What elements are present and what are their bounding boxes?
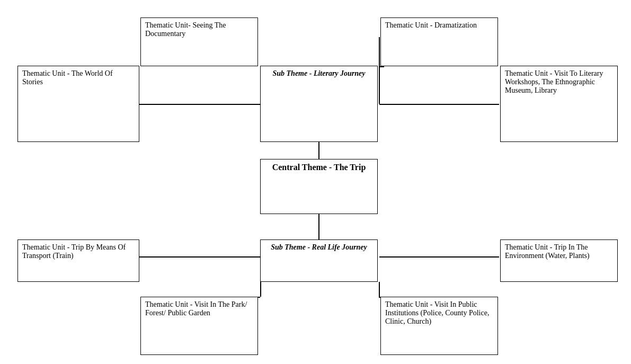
box-central-theme: Central Theme - The Trip xyxy=(260,159,378,214)
sub-theme-literary-label: Sub Theme - Literary Journey xyxy=(273,69,366,77)
box-sub-theme-literary: Sub Theme - Literary Journey xyxy=(260,66,378,142)
box-trip-transport: Thematic Unit - Trip By Means Of Transpo… xyxy=(17,239,139,282)
box-visit-literary: Thematic Unit - Visit To Literary Worksh… xyxy=(500,66,618,142)
connector-v2 xyxy=(318,214,319,239)
sub-theme-real-life-label: Sub Theme - Real Life Journey xyxy=(271,243,367,251)
connector-h5 xyxy=(139,256,260,258)
visit-public-label: Thematic Unit - Visit In Public Institut… xyxy=(385,300,489,325)
box-dramatization: Thematic Unit - Dramatization xyxy=(380,17,498,66)
connector-v6 xyxy=(379,282,380,297)
box-trip-environment: Thematic Unit - Trip In The Environment … xyxy=(500,239,618,282)
dramatization-label: Thematic Unit - Dramatization xyxy=(385,21,477,29)
central-theme-label: Central Theme - The Trip xyxy=(272,163,366,172)
box-sub-theme-real-life: Sub Theme - Real Life Journey xyxy=(260,239,378,282)
connector-h1 xyxy=(139,104,260,105)
world-of-stories-label: Thematic Unit - The World Of Stories xyxy=(22,69,113,86)
connector-v5 xyxy=(260,282,261,297)
connector-v4 xyxy=(379,37,380,104)
trip-transport-label: Thematic Unit - Trip By Means Of Transpo… xyxy=(22,243,126,260)
box-world-of-stories: Thematic Unit - The World Of Stories xyxy=(17,66,139,142)
box-visit-public: Thematic Unit - Visit In Public Institut… xyxy=(380,297,498,355)
connector-h6 xyxy=(379,256,499,258)
seeing-documentary-label: Thematic Unit- Seeing The Documentary xyxy=(145,21,226,38)
box-visit-park: Thematic Unit - Visit In The Park/ Fores… xyxy=(140,297,258,355)
visit-park-label: Thematic Unit - Visit In The Park/ Fores… xyxy=(145,300,247,317)
connector-h4 xyxy=(379,66,384,67)
connector-h2 xyxy=(379,104,499,105)
diagram: Thematic Unit- Seeing The Documentary Th… xyxy=(0,0,631,364)
trip-environment-label: Thematic Unit - Trip In The Environment … xyxy=(505,243,590,260)
box-seeing-documentary: Thematic Unit- Seeing The Documentary xyxy=(140,17,258,66)
visit-literary-label: Thematic Unit - Visit To Literary Worksh… xyxy=(505,69,603,94)
